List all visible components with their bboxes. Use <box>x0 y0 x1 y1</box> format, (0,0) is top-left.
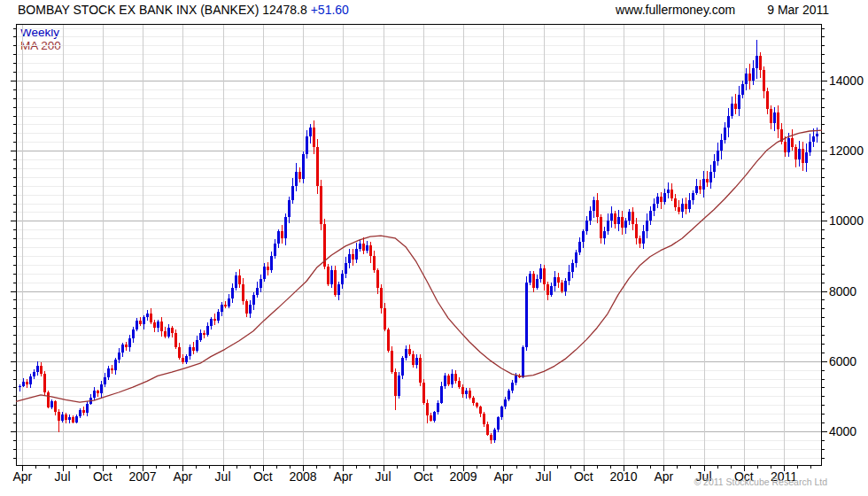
candle <box>447 376 450 384</box>
candle <box>284 217 287 238</box>
candle <box>302 154 305 179</box>
x-axis-label: Oct <box>414 469 433 484</box>
candle <box>554 277 556 286</box>
y-axis-label: 14000 <box>829 74 864 88</box>
candle <box>639 238 641 244</box>
x-axis-label: Jul <box>536 469 552 484</box>
candle <box>33 372 35 377</box>
candle <box>320 186 322 225</box>
candle <box>355 249 358 260</box>
candle <box>444 376 446 386</box>
candle <box>561 283 563 291</box>
candle <box>118 353 120 360</box>
candle <box>593 200 595 211</box>
candle <box>128 338 131 347</box>
candle <box>245 301 248 314</box>
candle <box>490 435 492 440</box>
candle <box>238 275 241 284</box>
candle <box>398 376 400 397</box>
candle <box>465 391 468 394</box>
candle <box>160 322 163 331</box>
candle <box>493 430 496 440</box>
candle <box>617 217 620 224</box>
grid-minor <box>16 28 822 458</box>
candle <box>203 333 205 335</box>
candle <box>174 333 177 347</box>
candle <box>82 410 85 413</box>
candle <box>607 221 609 231</box>
candle <box>252 295 255 306</box>
candle <box>681 204 684 213</box>
candle <box>678 207 680 213</box>
candle <box>267 267 269 270</box>
candle <box>249 305 252 314</box>
candle <box>380 288 383 309</box>
candle <box>228 298 230 307</box>
candle <box>199 333 202 340</box>
candle <box>54 401 57 412</box>
candle <box>387 329 390 351</box>
candle <box>816 134 818 136</box>
candle <box>635 224 638 238</box>
candle <box>529 274 531 283</box>
candle <box>497 417 500 430</box>
candle <box>571 263 574 272</box>
candle <box>614 213 616 224</box>
candle <box>546 284 549 295</box>
candle <box>433 412 436 421</box>
candle <box>196 340 198 351</box>
candle <box>348 254 351 263</box>
candle <box>309 128 312 136</box>
candle <box>632 212 634 224</box>
x-axis-label: Oct <box>574 469 593 484</box>
candle <box>405 349 407 358</box>
candle <box>522 347 524 377</box>
candle <box>752 68 755 81</box>
y-axis-label: 10000 <box>829 213 864 228</box>
candle <box>189 347 191 356</box>
candle <box>451 374 453 384</box>
candle <box>224 305 227 306</box>
candle <box>132 329 135 338</box>
candle <box>734 104 737 109</box>
candle <box>29 376 32 384</box>
candle <box>741 84 744 95</box>
candle <box>699 186 701 190</box>
candle <box>182 358 184 362</box>
candle <box>508 391 510 399</box>
candle <box>596 200 599 218</box>
candle <box>330 270 333 284</box>
candle <box>426 403 429 415</box>
candle <box>483 414 485 424</box>
candle <box>235 275 237 288</box>
candle <box>419 358 422 383</box>
candle <box>515 376 517 383</box>
y-axis-label: 6000 <box>829 354 856 368</box>
candle <box>270 256 273 270</box>
candle <box>327 267 329 284</box>
candle <box>345 263 347 274</box>
candle <box>784 142 787 152</box>
candle <box>210 319 213 326</box>
candle <box>745 74 748 84</box>
candle <box>479 407 482 414</box>
candle <box>511 383 514 391</box>
candle <box>621 217 624 228</box>
candle <box>362 244 365 251</box>
candle <box>794 147 797 159</box>
candle <box>709 172 712 182</box>
candle <box>68 417 71 420</box>
x-axis-label: Apr <box>173 469 192 484</box>
candle <box>260 279 262 288</box>
candle <box>469 391 471 398</box>
candle <box>646 221 648 231</box>
candle <box>401 358 404 376</box>
candle <box>557 277 560 283</box>
candle <box>167 328 170 337</box>
candle <box>600 217 602 238</box>
candle <box>306 136 308 154</box>
candle <box>543 268 546 284</box>
candle <box>582 231 585 242</box>
candle <box>75 416 78 422</box>
candle <box>756 56 758 68</box>
